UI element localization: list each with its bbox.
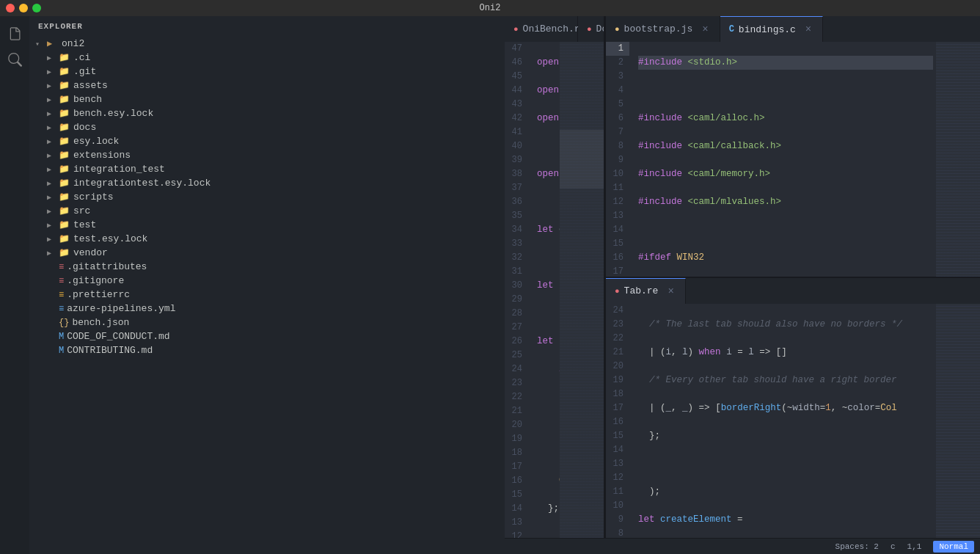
tab-icon-re: ●	[513, 25, 519, 34]
right-bottom-panel: 24 23 22 21 20 19 18 17 16 15 14	[606, 304, 980, 539]
right-bottom-code-content[interactable]: /* The last tab should also have no bord…	[635, 304, 936, 539]
tree-item-extensions[interactable]: ▶📁 extensions	[29, 148, 505, 162]
tree-item-bench-esy-lock[interactable]: ▶📁 bench.esy.lock	[29, 106, 505, 120]
right-bottom-tab-bar: ● Tab.re ×	[606, 278, 980, 304]
right-top-panel: 1 2 3 4 5 6 7 8 9 10 11	[606, 42, 980, 278]
tree-item-scripts[interactable]: ▶📁 scripts	[29, 190, 505, 204]
status-position: 1,1	[907, 542, 922, 551]
tab-icon-js: ●	[615, 25, 620, 34]
tree-item-bench[interactable]: ▶📁 bench	[29, 92, 505, 106]
tree-item-prettierrc[interactable]: ▶ ≡ .prettierrc	[29, 288, 505, 302]
main-layout: Explorer ▾ ▶ oni2 ▶📁 .ci ▶📁 .git ▶📁 asse…	[0, 16, 980, 554]
explorer-title: Explorer	[29, 16, 505, 37]
tab-icon-re-dock: ●	[587, 25, 592, 34]
tab-bootstrap[interactable]: ● bootstrap.js ×	[606, 16, 720, 42]
tree-item-esy-lock[interactable]: ▶📁 esy.lock	[29, 134, 505, 148]
tree-item-bench-json[interactable]: ▶ {} bench.json	[29, 316, 505, 329]
tree-item-docs[interactable]: ▶📁 docs	[29, 120, 505, 134]
editor-area: ● OniBench.re × ● Dock.re × ● bootst	[505, 16, 980, 554]
status-spaces: Spaces: 2	[835, 542, 879, 551]
left-line-numbers: 47 46 45 44 43 42 41 40 39 38 37 36	[505, 42, 534, 538]
sidebar: Explorer ▾ ▶ oni2 ▶📁 .ci ▶📁 .git ▶📁 asse…	[29, 16, 505, 554]
tree-item-test-esy-lock[interactable]: ▶📁 test.esy.lock	[29, 232, 505, 246]
window-controls	[6, 4, 41, 12]
tree-item-integration-test[interactable]: ▶📁 integration_test	[29, 162, 505, 176]
right-bottom-line-numbers: 24 23 22 21 20 19 18 17 16 15 14	[606, 304, 635, 539]
left-minimap	[560, 42, 604, 538]
tree-item-ci[interactable]: ▶📁 .ci	[29, 51, 505, 65]
tab-close-bootstrap[interactable]: ×	[700, 23, 710, 36]
left-tab-bar: ● OniBench.re × ● Dock.re ×	[505, 16, 604, 42]
tree-item-gitignore[interactable]: ▶ ≡ .gitignore	[29, 274, 505, 288]
tab-icon-c: C	[729, 24, 734, 34]
tab-bindings[interactable]: C bindings.c ×	[720, 16, 824, 42]
tree-item-azure-pipelines[interactable]: ▶ ≡ azure-pipelines.yml	[29, 302, 505, 316]
tree-item-root[interactable]: ▾ ▶ oni2	[29, 37, 505, 51]
right-top-code-content[interactable]: #include <stdio.h> #include <caml/alloc.…	[635, 42, 936, 277]
right-top-minimap	[936, 42, 980, 277]
title-bar: Oni2	[0, 0, 980, 16]
tree-item-git[interactable]: ▶📁 .git	[29, 65, 505, 79]
right-top-tab-bar: ● bootstrap.js × C bindings.c ×	[606, 16, 980, 42]
tree-item-vendor[interactable]: ▶📁 vendor	[29, 246, 505, 260]
tree-item-src[interactable]: ▶📁 src	[29, 204, 505, 218]
status-encoding: c	[891, 542, 896, 551]
left-code-area[interactable]: 47 46 45 44 43 42 41 40 39 38 37 36	[505, 42, 604, 538]
status-mode: Normal	[933, 541, 974, 553]
tree-item-test[interactable]: ▶📁 test	[29, 218, 505, 232]
right-top-line-numbers: 1 2 3 4 5 6 7 8 9 10 11	[606, 42, 635, 277]
right-top-code-area[interactable]: 1 2 3 4 5 6 7 8 9 10 11	[606, 42, 980, 277]
tree-item-gitattributes[interactable]: ▶ ≡ .gitattributes	[29, 260, 505, 274]
status-bar: Spaces: 2 c 1,1 Normal	[505, 538, 980, 554]
window-title: Oni2	[480, 3, 501, 13]
tab-dock[interactable]: ● Dock.re ×	[578, 16, 604, 42]
left-editor-panel: 47 46 45 44 43 42 41 40 39 38 37 36	[505, 42, 604, 538]
tree-item-code-of-conduct[interactable]: ▶ M CODE_OF_CONDUCT.md	[29, 329, 505, 343]
right-bottom-code-area[interactable]: 24 23 22 21 20 19 18 17 16 15 14	[606, 304, 980, 539]
close-button[interactable]	[6, 4, 15, 12]
tree-item-integrationtest-esy[interactable]: ▶📁 integrationtest.esy.lock	[29, 176, 505, 190]
activity-bar	[0, 16, 29, 554]
tab-tabre[interactable]: ● Tab.re ×	[606, 278, 686, 304]
tree-item-assets[interactable]: ▶📁 assets	[29, 79, 505, 92]
tab-close-bindings[interactable]: ×	[803, 23, 813, 36]
right-bottom-minimap	[936, 304, 980, 539]
tree-item-contributing[interactable]: ▶ M CONTRIBUTING.md	[29, 343, 505, 357]
tab-close-tabre[interactable]: ×	[665, 285, 676, 298]
sidebar-icon-files[interactable]	[3, 22, 26, 45]
maximize-button[interactable]	[32, 4, 41, 12]
sidebar-icon-search[interactable]	[3, 48, 26, 72]
tab-onibench[interactable]: ● OniBench.re ×	[505, 16, 578, 42]
minimize-button[interactable]	[19, 4, 28, 12]
tab-icon-re-tab: ●	[615, 287, 620, 296]
